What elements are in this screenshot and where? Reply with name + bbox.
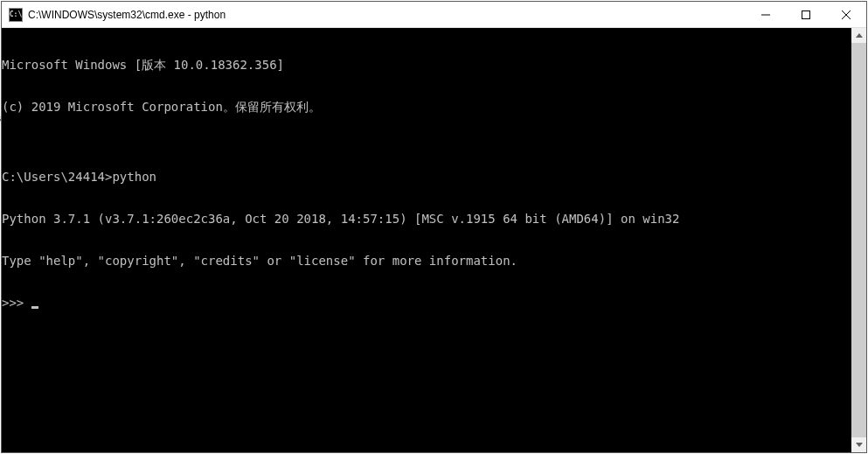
maximize-button[interactable]	[786, 2, 826, 27]
vertical-scrollbar[interactable]	[851, 28, 866, 452]
terminal-line: (c) 2019 Microsoft Corporation。保留所有权利。	[2, 100, 851, 114]
titlebar[interactable]: C:\ C:\WINDOWS\system32\cmd.exe - python	[2, 2, 866, 28]
close-button[interactable]	[826, 2, 866, 27]
window-title: C:\WINDOWS\system32\cmd.exe - python	[28, 9, 746, 21]
chevron-down-icon	[856, 443, 863, 447]
terminal-line: Python 3.7.1 (v3.7.1:260ec2c36a, Oct 20 …	[2, 212, 851, 226]
cmd-app-icon: C:\	[9, 8, 23, 22]
terminal-line: Microsoft Windows [版本 10.0.18362.356]	[2, 58, 851, 72]
scroll-up-button[interactable]	[851, 28, 866, 43]
terminal-line: Type "help", "copyright", "credits" or "…	[2, 254, 851, 268]
scroll-down-button[interactable]	[851, 437, 866, 452]
terminal-line: C:\Users\24414>python	[2, 170, 851, 184]
terminal-output[interactable]: Microsoft Windows [版本 10.0.18362.356] (c…	[2, 28, 851, 452]
terminal-area: Microsoft Windows [版本 10.0.18362.356] (c…	[2, 28, 866, 452]
cmd-window: C:\ C:\WINDOWS\system32\cmd.exe - python…	[1, 1, 867, 453]
cursor-icon	[31, 306, 38, 309]
chevron-up-icon	[856, 33, 863, 38]
window-controls	[746, 2, 866, 27]
minimize-button[interactable]	[746, 2, 786, 27]
svg-rect-1	[802, 10, 810, 18]
python-prompt: >>>	[2, 296, 31, 310]
minimize-icon	[761, 10, 770, 19]
close-icon	[842, 10, 851, 19]
maximize-icon	[802, 10, 810, 19]
scroll-thumb[interactable]	[851, 43, 866, 437]
terminal-prompt-line: >>>	[2, 296, 851, 310]
